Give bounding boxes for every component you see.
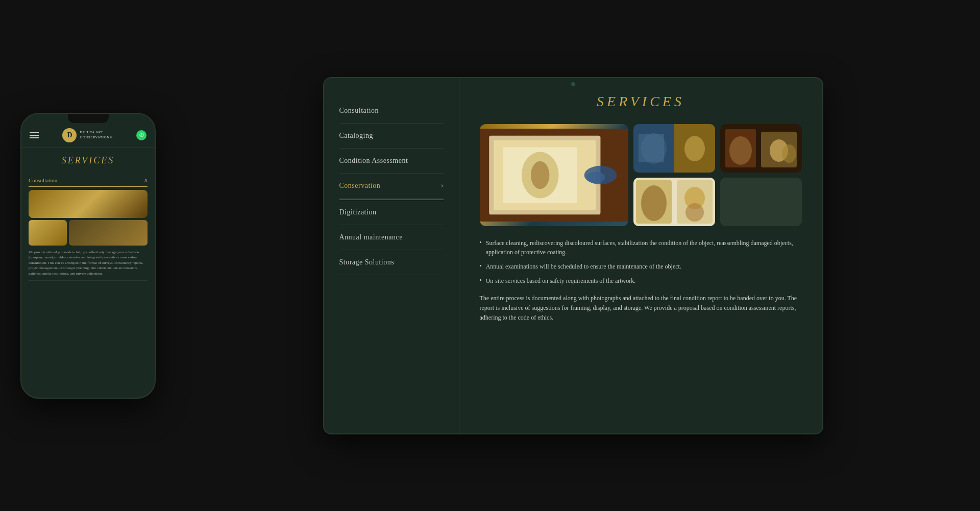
phone-img-tools (29, 190, 148, 218)
consultation-underline (29, 186, 148, 187)
content-bullets: • Surface cleaning, rediscovering discol… (480, 238, 802, 285)
svg-point-16 (729, 136, 752, 165)
hamburger-icon[interactable] (30, 132, 39, 138)
svg-point-25 (685, 203, 704, 222)
bullet-dot-2: • (480, 262, 482, 270)
bullet-dot-1: • (480, 239, 482, 247)
tablet-main: SERVICES (459, 78, 822, 433)
tablet-sidebar: Consultation Cataloging Condition Assess… (324, 78, 459, 433)
phone-content: SERVICES Consultation ∧ We provide tailo… (21, 148, 155, 398)
small-image-4 (720, 178, 802, 226)
sidebar-item-consultation[interactable]: Consultation (339, 99, 444, 124)
svg-rect-11 (639, 134, 664, 162)
logo-icon: D (62, 128, 77, 142)
content-images (480, 124, 802, 226)
svg-point-13 (684, 136, 705, 161)
bullet-2: • Annual examinations will be scheduled … (480, 262, 802, 271)
phone-notch (68, 114, 109, 123)
logo-text: DUHITA ART CONSERVATION® (80, 130, 112, 139)
phone-menu-consultation[interactable]: Consultation ∧ We provide tailored propo… (29, 173, 148, 281)
scene: D DUHITA ART CONSERVATION® ✆ SERVICES Co… (0, 0, 980, 511)
phone-device: D DUHITA ART CONSERVATION® ✆ SERVICES Co… (20, 113, 156, 399)
svg-point-4 (586, 172, 605, 183)
tablet-device: Consultation Cataloging Condition Assess… (323, 77, 823, 434)
sidebar-item-annual[interactable]: Annual maintenance (339, 225, 444, 250)
conservation-arrow-icon: › (441, 182, 444, 190)
bullet-3: • On-site services based on safety requi… (480, 276, 802, 285)
consultation-arrow: ∧ (144, 177, 148, 183)
svg-point-19 (782, 144, 796, 163)
phone-img-frame (29, 220, 67, 246)
phone-wrapper: D DUHITA ART CONSERVATION® ✆ SERVICES Co… (20, 113, 156, 399)
sidebar-item-storage[interactable]: Storage Solutions (339, 250, 444, 275)
tablet-wrapper: Consultation Cataloging Condition Assess… (186, 77, 960, 434)
phone-services-title: SERVICES (29, 155, 148, 166)
artwork-bg (480, 124, 628, 226)
svg-point-7 (531, 161, 549, 189)
small-image-3 (633, 178, 715, 226)
phone-img-scroll (69, 220, 148, 246)
phone-images-grid (29, 190, 148, 246)
bullet-text-3: On-site services based on safety require… (486, 276, 636, 285)
small-image-2 (720, 124, 802, 173)
tablet-body: Consultation Cataloging Condition Assess… (324, 78, 822, 433)
bullet-text-2: Annual examinations will be scheduled to… (486, 262, 681, 271)
sidebar-item-cataloging[interactable]: Cataloging (339, 124, 444, 149)
sidebar-item-condition[interactable]: Condition Assessment (339, 149, 444, 174)
phone-description: We provide tailored proposals to help yo… (29, 250, 148, 277)
tablet-camera (571, 82, 575, 86)
sidebar-item-digitization[interactable]: Digitization (339, 200, 444, 225)
bullet-dot-3: • (480, 277, 482, 284)
content-paragraph: The entire process is documented along w… (480, 294, 802, 323)
whatsapp-icon[interactable]: ✆ (136, 130, 146, 140)
svg-point-22 (641, 185, 667, 221)
tablet-services-title: SERVICES (480, 93, 802, 110)
small-image-1 (633, 124, 715, 173)
consultation-label: Consultation (29, 177, 57, 183)
bullet-text-1: Surface cleaning, rediscovering discolou… (486, 238, 802, 257)
phone-logo: D DUHITA ART CONSERVATION® (62, 128, 112, 142)
sidebar-item-conservation[interactable]: Conservation › (339, 174, 444, 199)
main-artwork-image (480, 124, 628, 226)
bullet-1: • Surface cleaning, rediscovering discol… (480, 238, 802, 257)
